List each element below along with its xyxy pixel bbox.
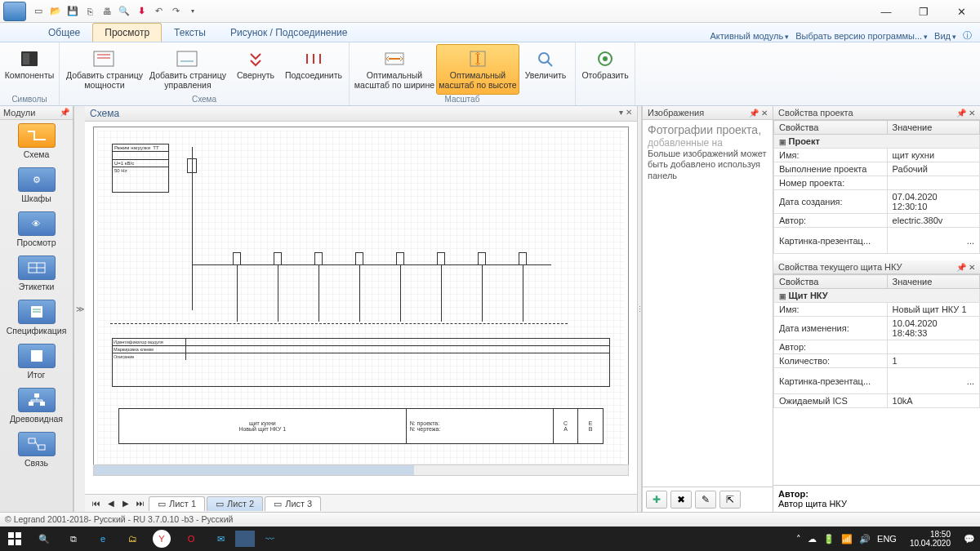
edit-image-icon[interactable]: ✎ bbox=[695, 491, 716, 509]
help-icon[interactable]: ⓘ bbox=[963, 29, 972, 42]
view-dropdown[interactable]: Вид bbox=[934, 31, 956, 41]
tab-general[interactable]: Общее bbox=[36, 23, 92, 42]
qat-new-icon[interactable]: ▭ bbox=[31, 4, 46, 19]
pin-icon[interactable]: 📌 ✕ bbox=[956, 109, 975, 118]
qat-preview-icon[interactable]: 🔍 bbox=[117, 4, 131, 19]
prop-row[interactable]: Имя:щит кухни bbox=[774, 149, 980, 162]
nav-last-icon[interactable]: ⏭ bbox=[134, 497, 147, 510]
add-image-icon[interactable]: ✚ bbox=[646, 491, 667, 509]
sidebar-item-scheme[interactable]: Схема bbox=[0, 120, 73, 164]
qat-print-icon[interactable]: 🖶 bbox=[100, 4, 114, 19]
horizontal-scrollbar[interactable] bbox=[93, 464, 629, 476]
nav-first-icon[interactable]: ⏮ bbox=[90, 497, 103, 510]
fit-height-button[interactable]: Оптимальный масштаб по высоте bbox=[436, 44, 519, 95]
notifications-icon[interactable]: 💬 bbox=[964, 534, 975, 544]
sidebar-item-cabinets[interactable]: ⚙ Шкафы bbox=[0, 164, 73, 208]
prop-row[interactable]: Выполнение проектаРабочий bbox=[774, 162, 980, 176]
yandex-icon[interactable]: Y bbox=[153, 530, 171, 548]
prop-row[interactable]: Картинка-презентац...... bbox=[774, 228, 980, 254]
sidebar-item-tree[interactable]: Древовидная bbox=[0, 384, 73, 429]
sheet-tab-1[interactable]: ▭Лист 1 bbox=[149, 496, 205, 511]
tab-view[interactable]: Просмотр bbox=[92, 23, 162, 42]
sidebar-label: Шкафы bbox=[21, 193, 51, 203]
active-module-dropdown[interactable]: Активный модуль bbox=[710, 31, 789, 41]
pin-icon[interactable]: 📌 ✕ bbox=[749, 109, 768, 118]
connect-button[interactable]: Подсоединить bbox=[282, 44, 345, 95]
collapse-button[interactable]: Свернуть bbox=[229, 44, 282, 95]
display-button[interactable]: Отобразить bbox=[579, 44, 631, 104]
tray-up-icon[interactable]: ˄ bbox=[796, 534, 801, 544]
prop-row[interactable]: Автор:electric.380v bbox=[774, 214, 980, 228]
close-button[interactable]: ✕ bbox=[942, 0, 980, 23]
images-note: Больше изображений может быть добавлено … bbox=[648, 149, 768, 181]
components-button[interactable]: Компоненты bbox=[3, 44, 56, 95]
taskview-icon[interactable]: ⧉ bbox=[59, 527, 88, 551]
nav-prev-icon[interactable]: ◀ bbox=[105, 497, 118, 510]
add-power-page-button[interactable]: Добавить страницу мощности bbox=[63, 44, 146, 95]
qat-undo-icon[interactable]: ↶ bbox=[151, 4, 166, 19]
pin-icon[interactable]: 📌 ✕ bbox=[956, 263, 975, 272]
zoom-button[interactable]: Увеличить bbox=[519, 44, 572, 95]
lang-indicator[interactable]: ENG bbox=[877, 534, 897, 544]
add-control-page-button[interactable]: Добавить страницу управления bbox=[146, 44, 229, 95]
prop-row[interactable]: Картинка-презентац...... bbox=[774, 368, 980, 394]
prop-row[interactable]: Ожидаемый ICS10kA bbox=[774, 394, 980, 408]
sidebar-item-view[interactable]: 👁 Просмотр bbox=[0, 208, 73, 252]
minimize-button[interactable]: — bbox=[867, 0, 905, 23]
prop-row[interactable]: Имя:Новый щит НКУ 1 bbox=[774, 303, 980, 317]
maximize-button[interactable]: ❐ bbox=[905, 0, 942, 23]
qat-open-icon[interactable]: 📂 bbox=[48, 4, 63, 19]
sidebar-expander[interactable]: ≫ bbox=[74, 106, 85, 512]
app-orb[interactable] bbox=[3, 2, 26, 21]
app2-icon[interactable]: 〰 bbox=[255, 527, 284, 551]
pin-icon[interactable]: 📌 bbox=[60, 108, 69, 118]
fit-width-button[interactable]: Оптимальный масштаб по ширине bbox=[353, 44, 436, 95]
svg-rect-5 bbox=[177, 51, 197, 66]
qat-dropdown-icon[interactable]: ▾ bbox=[185, 4, 200, 19]
mail-icon[interactable]: ✉ bbox=[206, 527, 235, 551]
tab-texts[interactable]: Тексты bbox=[162, 23, 218, 42]
sidebar-item-link[interactable]: Связь bbox=[0, 429, 73, 473]
device-props-title: Свойства текущего щита НКУ bbox=[778, 262, 902, 272]
prop-category[interactable]: Проект bbox=[774, 135, 980, 149]
tab-drawing[interactable]: Рисунок / Подсоединение bbox=[218, 23, 360, 42]
window-controls: — ❐ ✕ bbox=[867, 0, 980, 23]
app-icon[interactable] bbox=[235, 531, 255, 547]
prop-row[interactable]: Дата изменения:10.04.2020 18:48:33 bbox=[774, 317, 980, 340]
sidebar-label: Древовидная bbox=[10, 414, 63, 424]
sidebar-header: Модули 📌 bbox=[0, 106, 73, 120]
explorer-icon[interactable]: 🗂 bbox=[118, 527, 147, 551]
battery-icon[interactable]: 🔋 bbox=[823, 534, 835, 544]
prop-category[interactable]: Щит НКУ bbox=[774, 289, 980, 303]
status-text: © Legrand 2001-2018- Русский - RU 3.7.0.… bbox=[5, 514, 233, 524]
sheet-tab-strip: ⏮ ◀ ▶ ⏭ ▭Лист 1 ▭Лист 2 ▭Лист 3 bbox=[85, 494, 637, 512]
prop-row[interactable]: Номер проекта: bbox=[774, 176, 980, 190]
images-toolbar: ✚ ✖ ✎ ⇱ bbox=[643, 487, 773, 512]
prop-row[interactable]: Дата создания:07.04.2020 12:30:10 bbox=[774, 190, 980, 214]
qat-redo-icon[interactable]: ↷ bbox=[168, 4, 183, 19]
sheet-tab-3[interactable]: ▭Лист 3 bbox=[265, 496, 321, 511]
qat-saveall-icon[interactable]: ⎘ bbox=[82, 4, 97, 19]
sidebar-item-spec[interactable]: Спецификация bbox=[0, 296, 73, 340]
volume-icon[interactable]: 🔊 bbox=[859, 534, 871, 544]
wifi-icon[interactable]: 📶 bbox=[841, 534, 853, 544]
prop-row[interactable]: Количество:1 bbox=[774, 354, 980, 368]
cloud-icon[interactable]: ☁ bbox=[808, 534, 817, 544]
version-dropdown[interactable]: Выбрать версию программы... bbox=[795, 31, 928, 41]
remove-image-icon[interactable]: ✖ bbox=[670, 491, 692, 509]
clock[interactable]: 18:50 10.04.2020 bbox=[903, 530, 957, 548]
opera-icon[interactable]: O bbox=[176, 527, 206, 551]
nav-next-icon[interactable]: ▶ bbox=[119, 497, 132, 510]
qat-save-icon[interactable]: 💾 bbox=[65, 4, 80, 19]
sheet-tab-2[interactable]: ▭Лист 2 bbox=[207, 496, 263, 511]
qat-pdf-icon[interactable]: ⬇ bbox=[134, 4, 149, 19]
prop-row[interactable]: Автор: bbox=[774, 340, 980, 354]
edge-icon[interactable]: e bbox=[88, 527, 118, 551]
search-icon[interactable]: 🔍 bbox=[29, 527, 59, 551]
sidebar-item-summary[interactable]: Итог bbox=[0, 340, 73, 384]
fit-height-label: Оптимальный масштаб по высоте bbox=[437, 71, 519, 90]
export-image-icon[interactable]: ⇱ bbox=[719, 491, 741, 509]
sidebar-item-labels[interactable]: Этикетки bbox=[0, 252, 73, 296]
start-button[interactable] bbox=[0, 527, 29, 551]
drawing-canvas[interactable]: Режим нагрузки TT U=1 кВ/с 50 Hz bbox=[93, 127, 629, 474]
